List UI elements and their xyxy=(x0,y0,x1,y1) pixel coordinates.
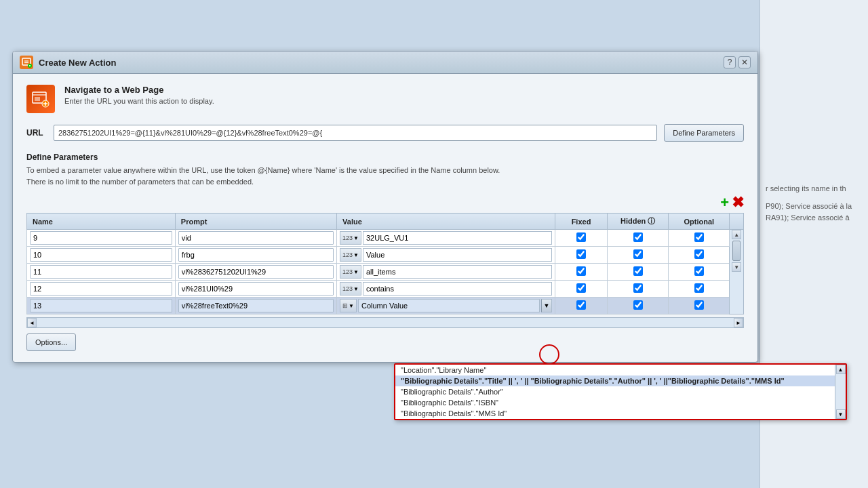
table-row: 123▼ xyxy=(27,264,744,281)
dialog-title-icon xyxy=(20,56,33,69)
dialog-titlebar: Create New Action ? ✕ xyxy=(13,52,757,74)
optional-checkbox[interactable] xyxy=(694,266,704,276)
hidden-checkbox[interactable] xyxy=(633,300,643,310)
prompt-input[interactable] xyxy=(178,265,334,279)
scroll-down-button[interactable]: ▼ xyxy=(732,262,741,272)
url-input[interactable] xyxy=(54,125,657,141)
prompt-input[interactable] xyxy=(178,299,334,312)
col-header-value: Value xyxy=(337,214,555,230)
nav-title: Navigate to a Web Page xyxy=(64,85,214,95)
options-button[interactable]: Options... xyxy=(26,333,76,351)
name-input[interactable] xyxy=(30,299,172,312)
hidden-checkbox[interactable] xyxy=(633,283,643,293)
table-row: 123▼ xyxy=(27,247,744,264)
define-params-section: Define Parameters To embed a parameter v… xyxy=(26,152,744,187)
dropdown-item-0[interactable]: "Location"."Library Name" xyxy=(395,365,846,375)
table-row: 123▼ xyxy=(27,281,744,298)
value-cell: 123▼ xyxy=(337,264,555,281)
prompt-cell xyxy=(175,247,336,264)
fixed-cell xyxy=(555,264,607,281)
nav-text: Navigate to a Web Page Enter the URL you… xyxy=(64,85,214,105)
prompt-input[interactable] xyxy=(178,248,334,262)
column-value-input[interactable] xyxy=(358,299,540,312)
params-table-container: Name Prompt Value Fixed Hidden ⓘ Optiona… xyxy=(26,213,744,314)
value-type-button[interactable]: 123▼ xyxy=(340,248,361,262)
value-input[interactable] xyxy=(363,231,552,245)
col-header-prompt: Prompt xyxy=(175,214,336,230)
value-cell-dropdown: ⊞▼ ▼ xyxy=(337,298,555,314)
value-type-button[interactable]: 123▼ xyxy=(340,231,361,245)
name-input[interactable] xyxy=(30,231,172,245)
optional-cell xyxy=(669,247,730,264)
value-input[interactable] xyxy=(363,282,552,296)
column-value-dropdown-arrow[interactable]: ▼ xyxy=(541,299,552,312)
fixed-checkbox[interactable] xyxy=(576,266,586,276)
fixed-cell xyxy=(555,230,607,247)
define-params-desc1: To embed a parameter value anywhere with… xyxy=(26,165,744,176)
name-cell xyxy=(27,281,176,298)
params-table-body: 123▼ ▲ ▼ xyxy=(27,230,744,314)
scroll-col: ▲ ▼ xyxy=(730,230,744,314)
value-input[interactable] xyxy=(363,248,552,262)
value-type-button[interactable]: 123▼ xyxy=(340,265,361,279)
define-params-desc2: There is no limit to the number of param… xyxy=(26,176,744,188)
prompt-input[interactable] xyxy=(178,231,334,245)
scroll-thumb[interactable] xyxy=(732,241,741,261)
optional-cell xyxy=(669,230,730,247)
nav-icon xyxy=(26,85,55,113)
add-remove-row: + ✖ xyxy=(26,195,744,210)
dropdown-scroll-down[interactable]: ▼ xyxy=(836,409,846,419)
horizontal-scrollbar[interactable]: ◄ ► xyxy=(26,317,744,328)
fixed-checkbox[interactable] xyxy=(576,232,586,242)
name-cell xyxy=(27,247,176,264)
value-cell: 123▼ xyxy=(337,247,555,264)
value-type-column-button[interactable]: ⊞▼ xyxy=(340,299,357,312)
name-cell xyxy=(27,264,176,281)
optional-checkbox[interactable] xyxy=(694,283,704,293)
close-button[interactable]: ✕ xyxy=(738,56,751,68)
nav-description: Enter the URL you want this action to di… xyxy=(64,97,214,105)
prompt-cell xyxy=(175,230,336,247)
dropdown-item-1[interactable]: "Bibliographic Details"."Title" || ', ' … xyxy=(395,375,846,386)
fixed-cell xyxy=(555,281,607,298)
hidden-cell xyxy=(608,281,669,298)
optional-checkbox[interactable] xyxy=(694,300,704,310)
scrollbar-track: ▲ ▼ xyxy=(730,230,743,272)
name-input[interactable] xyxy=(30,282,172,296)
col-header-fixed: Fixed xyxy=(555,214,607,230)
scroll-left-button[interactable]: ◄ xyxy=(27,318,37,327)
dropdown-item-3[interactable]: "Bibliographic Details"."ISBN" xyxy=(395,397,846,408)
dropdown-item-4[interactable]: "Bibliographic Details"."MMS Id" xyxy=(395,408,846,419)
value-input[interactable] xyxy=(363,265,552,279)
help-button[interactable]: ? xyxy=(724,56,736,68)
prompt-input[interactable] xyxy=(178,282,334,296)
add-row-button[interactable]: + xyxy=(720,195,729,210)
fixed-checkbox[interactable] xyxy=(576,249,586,259)
fixed-cell xyxy=(555,298,607,314)
remove-row-button[interactable]: ✖ xyxy=(732,195,744,210)
dropdown-scroll-up[interactable]: ▲ xyxy=(836,365,846,374)
optional-cell xyxy=(669,298,730,314)
fixed-checkbox[interactable] xyxy=(576,283,586,293)
hidden-checkbox[interactable] xyxy=(633,249,643,259)
prompt-cell xyxy=(175,298,336,314)
fixed-checkbox[interactable] xyxy=(576,300,586,310)
hidden-checkbox[interactable] xyxy=(633,232,643,242)
column-value-dropdown-popup: "Location"."Library Name" "Bibliographic… xyxy=(394,363,847,420)
name-input[interactable] xyxy=(30,248,172,262)
optional-checkbox[interactable] xyxy=(694,232,704,242)
name-input[interactable] xyxy=(30,265,172,279)
col-header-optional: Optional xyxy=(669,214,730,230)
dropdown-item-2[interactable]: "Bibliographic Details"."Author" xyxy=(395,386,846,397)
value-type-button[interactable]: 123▼ xyxy=(340,282,361,296)
name-cell xyxy=(27,230,176,247)
optional-checkbox[interactable] xyxy=(694,249,704,259)
scroll-up-button[interactable]: ▲ xyxy=(732,230,741,239)
params-table: Name Prompt Value Fixed Hidden ⓘ Optiona… xyxy=(26,213,744,314)
define-parameters-button[interactable]: Define Parameters xyxy=(664,124,744,142)
name-cell xyxy=(27,298,176,314)
table-row: 123▼ ▲ ▼ xyxy=(27,230,744,247)
scroll-right-button[interactable]: ► xyxy=(734,318,743,327)
hidden-checkbox[interactable] xyxy=(633,266,643,276)
prompt-cell xyxy=(175,281,336,298)
